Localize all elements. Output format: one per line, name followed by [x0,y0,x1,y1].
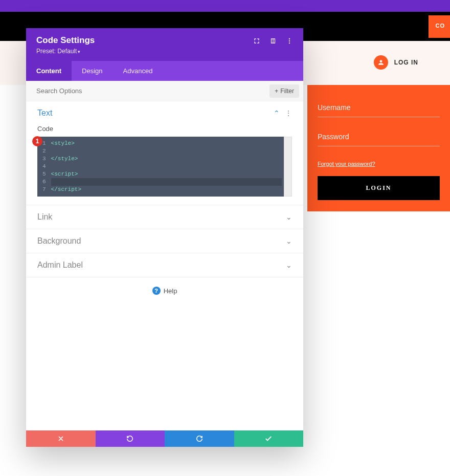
modal-header: Code Settings Preset: Default▾ [26,28,303,61]
section-background-title: Background [37,236,81,246]
login-card: Forgot your password? LOGIN [307,85,450,211]
section-background-header[interactable]: Background ⌄ [26,229,303,253]
chevron-down-icon: ⌄ [286,261,292,269]
filter-button[interactable]: + Filter [269,84,299,98]
chevron-down-icon: ⌄ [286,237,292,245]
undo-button[interactable] [96,430,165,447]
svg-point-2 [289,42,290,44]
tab-content[interactable]: Content [26,61,72,81]
username-field[interactable] [318,100,440,117]
save-button[interactable] [234,430,304,447]
code-label: Code [37,125,292,133]
section-link-title: Link [37,212,52,222]
user-icon [374,55,388,70]
forgot-password-link[interactable]: Forgot your password? [318,161,375,167]
plus-icon: + [275,88,278,95]
log-in-link[interactable]: LOG IN [374,55,418,70]
annotation-badge-1: 1 [32,136,42,146]
login-button[interactable]: LOGIN [318,176,440,200]
help-link[interactable]: ? Help [26,277,303,304]
section-text-header[interactable]: Text ⌃ ⋮ [26,101,303,125]
tab-design[interactable]: Design [72,61,112,81]
top-right-button[interactable]: CO [429,15,451,38]
modal-tabs: Content Design Advanced [26,61,303,81]
code-settings-modal: Code Settings Preset: Default▾ Content D… [26,28,303,447]
code-editor[interactable]: 1234567 <style> </style> <script> </scri… [37,137,284,197]
code-lines[interactable]: <style> </style> <script> </script> [49,137,284,197]
cancel-button[interactable] [26,430,96,447]
section-text-title: Text [37,109,52,118]
responsive-icon[interactable] [269,37,277,47]
expand-icon[interactable] [253,37,260,47]
chevron-up-icon: ⌃ [274,109,280,117]
modal-footer [26,430,303,447]
preset-dropdown[interactable]: Preset: Default▾ [36,48,95,55]
dots-icon[interactable]: ⋮ [285,109,292,117]
menu-dots-icon[interactable] [286,37,293,47]
log-in-label: LOG IN [394,59,418,66]
search-input[interactable] [26,81,265,101]
svg-point-1 [289,40,290,41]
help-icon: ? [152,287,161,295]
search-row: + Filter [26,81,303,101]
tab-advanced[interactable]: Advanced [113,61,163,81]
section-admin-label-title: Admin Label [37,261,83,270]
section-link-header[interactable]: Link ⌄ [26,205,303,229]
section-admin-label-header[interactable]: Admin Label ⌄ [26,253,303,277]
scrollbar[interactable] [284,137,292,197]
modal-title: Code Settings [36,35,95,46]
chevron-down-icon: ⌄ [286,213,292,221]
svg-point-0 [289,38,290,39]
top-purple-bar [0,0,450,12]
redo-button[interactable] [165,430,234,447]
code-area: Code 1 1234567 <style> </style> <script>… [26,125,303,205]
password-field[interactable] [318,129,440,146]
